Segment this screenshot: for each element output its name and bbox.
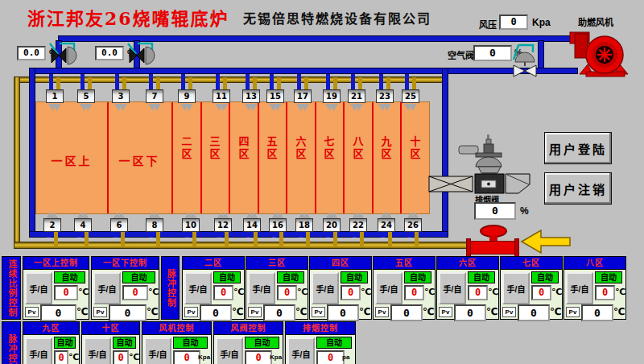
manual-auto-button[interactable]: 手/自: [312, 272, 339, 304]
setpoint-value[interactable]: 0: [213, 285, 233, 300]
panel-body: 手/自自动0℃: [23, 335, 79, 364]
air-stub: [272, 232, 276, 238]
manual-auto-button[interactable]: 手/自: [25, 272, 52, 304]
air-stub: [49, 74, 53, 90]
setpoint-unit: ℃: [297, 287, 308, 297]
setpoint-value[interactable]: 0: [341, 285, 361, 300]
manual-auto-button[interactable]: 手/自: [144, 337, 171, 364]
manual-auto-button[interactable]: 手/自: [375, 272, 402, 304]
zone-divider: [171, 102, 173, 213]
air-stub: [47, 232, 51, 238]
control-panel: 七区手/自自动0℃Pv0℃: [500, 256, 563, 320]
setpoint-value[interactable]: 0: [595, 285, 615, 300]
strip-continuous-ratio-control: 连续比例控制: [2, 256, 21, 320]
gas-stub: [156, 77, 160, 90]
burner-nozzle: [325, 104, 338, 111]
gas-stub: [360, 232, 364, 246]
burner-icon: 23: [376, 74, 394, 111]
air-valve-icon[interactable]: [510, 43, 543, 78]
manual-auto-button[interactable]: 手/自: [184, 272, 212, 304]
setpoint-value[interactable]: 0: [54, 350, 68, 364]
setpoint-unit: ℃: [615, 287, 625, 297]
exhaust-damper-icon[interactable]: [427, 125, 533, 194]
setpoint-value[interactable]: 0: [173, 350, 200, 364]
zone-label: 一区下: [119, 152, 160, 168]
burner-number: 17: [294, 89, 312, 103]
auto-indicator: 自动: [173, 337, 208, 349]
strip-pulse-control: 脉冲控制: [2, 321, 21, 364]
manual-auto-button[interactable]: 手/自: [566, 272, 593, 304]
burner-icon: 9: [178, 74, 196, 111]
manual-auto-button[interactable]: 手/自: [93, 272, 121, 304]
pv-value: 0: [454, 304, 486, 321]
setpoint-value[interactable]: 0: [468, 285, 488, 300]
pv-value: 0: [109, 304, 147, 321]
setpoint-value[interactable]: 0: [245, 350, 272, 364]
burner-number: 10: [182, 218, 200, 232]
exhaust-valve-value[interactable]: 0: [474, 202, 516, 220]
setpoint-value[interactable]: 0: [531, 285, 551, 300]
air-stub: [114, 232, 118, 238]
pv-unit: ℃: [295, 306, 308, 317]
burner-number: 7: [146, 89, 163, 103]
manual-auto-button[interactable]: 手/自: [287, 337, 315, 364]
setpoint-value[interactable]: 0: [316, 350, 345, 364]
setpoint-unit: ℃: [78, 287, 89, 297]
branch-valve-2-value[interactable]: 0.0: [95, 46, 124, 60]
panel-title: 四区: [310, 257, 371, 270]
manual-auto-button[interactable]: 手/自: [84, 337, 111, 364]
control-valve-icon[interactable]: [125, 40, 162, 72]
auto-indicator: 自动: [277, 271, 304, 283]
burner-number: 21: [348, 89, 365, 103]
burner-icon: 24: [378, 212, 395, 249]
panel-body: 手/自自动0℃Pv0℃: [564, 270, 625, 320]
control-panel: 排烟控制手/自自动0pa: [285, 321, 356, 364]
setpoint-value[interactable]: 0: [122, 285, 148, 300]
manual-auto-button[interactable]: 手/自: [25, 337, 52, 364]
zone-divider: [372, 102, 374, 213]
control-panel: 风阀控制手/自自动0Kpa: [213, 321, 283, 364]
panel-title: 风阀控制: [214, 322, 283, 335]
setpoint-value[interactable]: 0: [277, 285, 297, 300]
setpoint-value[interactable]: 0: [54, 285, 78, 300]
pv-label: Pv: [312, 307, 325, 317]
manual-auto-button[interactable]: 手/自: [248, 272, 275, 304]
air-valve-value[interactable]: 0: [473, 45, 512, 61]
control-panel: 九区手/自自动0℃: [23, 321, 80, 364]
user-logout-button[interactable]: 用户注销: [544, 172, 612, 205]
zone-divider: [229, 102, 230, 213]
setpoint-value[interactable]: 0: [404, 285, 424, 300]
burner-number: 9: [178, 89, 196, 103]
pv-label: Pv: [566, 307, 580, 317]
setpoint-unit: ℃: [551, 287, 562, 297]
furnace-body: 一区上一区下二区三区四区五区六区七区八区九区十区: [36, 102, 429, 213]
zone-label: 七区: [321, 136, 336, 160]
pv-value: 0: [390, 304, 423, 321]
setpoint-unit: ℃: [68, 352, 79, 362]
zone-divider: [400, 102, 402, 213]
control-panel: 五区手/自自动0℃Pv0℃: [373, 256, 436, 320]
burner-number: 20: [323, 218, 341, 232]
panel-body: 手/自自动0℃Pv0℃: [437, 270, 498, 320]
user-login-button[interactable]: 用户登陆: [544, 132, 612, 164]
burner-nozzle: [296, 104, 309, 111]
panel-body: 手/自自动0℃Pv0℃: [501, 270, 562, 320]
control-valve-icon[interactable]: [47, 40, 84, 72]
gas-stub: [54, 232, 58, 246]
air-stub: [185, 232, 189, 238]
auto-indicator: 自动: [213, 271, 241, 283]
panel-title: 十区: [82, 322, 139, 335]
branch-valve-1-value[interactable]: 0.0: [17, 46, 46, 60]
manual-auto-button[interactable]: 手/自: [216, 337, 243, 364]
burner-icon: 22: [349, 212, 367, 249]
manual-auto-button[interactable]: 手/自: [502, 272, 530, 304]
burner-icon: 21: [348, 74, 365, 111]
air-stub: [149, 74, 153, 90]
gas-stub: [223, 77, 227, 90]
burner-number: 4: [74, 218, 92, 232]
air-stub: [181, 74, 185, 90]
burner-icon: 20: [323, 212, 341, 249]
manual-auto-button[interactable]: 手/自: [439, 272, 466, 304]
setpoint-value[interactable]: 0: [113, 350, 129, 364]
auto-indicator: 自动: [531, 271, 559, 283]
